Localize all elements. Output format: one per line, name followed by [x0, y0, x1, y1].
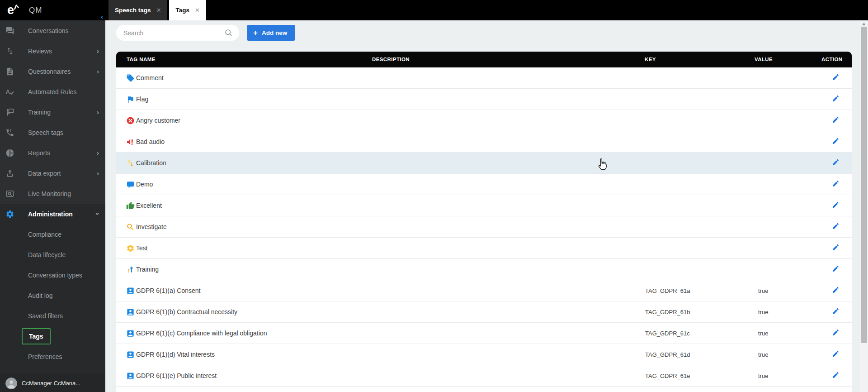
edit-button[interactable]: [829, 137, 842, 147]
tab-tags[interactable]: Tags ✕: [169, 0, 206, 20]
vertical-scrollbar[interactable]: [860, 20, 868, 392]
sidebar-item-automated-rules[interactable]: AAutomated Rules: [0, 81, 105, 102]
account-icon: [126, 287, 135, 295]
questionnaires-icon: [5, 67, 14, 76]
table-row[interactable]: Comment: [116, 67, 852, 89]
edit-button[interactable]: [829, 307, 842, 317]
svg-text:A: A: [6, 88, 10, 95]
table-row[interactable]: Excellent: [116, 195, 852, 216]
sidebar-item-data-export[interactable]: Data export›: [0, 163, 105, 183]
edit-button[interactable]: [829, 73, 842, 83]
tag-icon: [126, 74, 135, 82]
edit-button[interactable]: [829, 286, 842, 296]
user-menu[interactable]: CcManager CcMana...: [0, 374, 105, 392]
chevron-right-icon: ›: [97, 170, 99, 177]
edit-button[interactable]: [829, 180, 842, 190]
sidebar-item-speech-tags[interactable]: Speech tags: [0, 122, 105, 143]
chevron-right-icon: ›: [97, 68, 99, 75]
edit-button[interactable]: [829, 244, 842, 253]
conversations-icon: [5, 26, 14, 35]
sidebar-item-conversation-types[interactable]: Conversation types: [0, 265, 105, 285]
table-row[interactable]: GDPR 6(1)(e) Public interestTAG_GDPR_61e…: [116, 365, 852, 387]
table-row[interactable]: GDPR 6(1)(d) Vital interestsTAG_GDPR_61d…: [116, 344, 852, 365]
sidebar-item-tags[interactable]: Tags: [0, 326, 105, 346]
table-row[interactable]: Test: [116, 238, 852, 259]
edit-button[interactable]: [829, 222, 842, 232]
table-row[interactable]: Investigate: [116, 216, 852, 238]
sidebar-header: e QM ‹: [0, 0, 105, 20]
data-export-icon: [5, 169, 14, 178]
gear-amber-icon: [126, 244, 135, 253]
edit-button[interactable]: [829, 265, 842, 275]
table-row[interactable]: Demo: [116, 174, 852, 195]
column-tag-name: TAG NAME: [127, 57, 156, 62]
sidebar-item-saved-filters[interactable]: Saved filters: [0, 306, 105, 326]
reviews-icon: [5, 47, 14, 56]
table-row[interactable]: Calibration: [116, 153, 852, 174]
avatar: [5, 378, 17, 389]
chevron-right-icon: ›: [97, 149, 99, 156]
tab-bar: Speech tags ✕ Tags ✕: [105, 0, 868, 20]
arrows-up-icon: [126, 265, 135, 274]
column-value: VALUE: [755, 57, 773, 62]
scrollbar-thumb[interactable]: [861, 27, 867, 343]
magnifier-orange-icon: [126, 223, 135, 231]
sidebar-nav: ConversationsReviews›Questionnaires›AAut…: [0, 20, 105, 204]
sidebar-item-audit-log[interactable]: Audit log: [0, 285, 105, 306]
sidebar-item-training[interactable]: Training›: [0, 102, 105, 122]
search-icon: [224, 29, 233, 39]
edit-button[interactable]: [829, 329, 842, 339]
brand-logo-icon: e: [7, 4, 19, 16]
add-new-button[interactable]: + Add new: [247, 25, 295, 41]
close-tab-icon[interactable]: ✕: [195, 7, 200, 14]
chevron-down-icon: ›: [94, 213, 101, 215]
pencil-icon: [832, 244, 840, 253]
sidebar-item-data-lifecycle[interactable]: Data lifecycle: [0, 244, 105, 265]
pencil-icon: [832, 307, 840, 317]
edit-button[interactable]: [829, 201, 842, 211]
table-row[interactable]: Angry customer: [116, 110, 852, 131]
bad-audio-icon: [126, 138, 135, 146]
sidebar-item-administration[interactable]: Administration›: [0, 204, 105, 224]
sidebar-item-reports[interactable]: Reports›: [0, 143, 105, 163]
edit-button[interactable]: [829, 350, 842, 360]
pencil-icon: [832, 350, 840, 360]
sidebar-item-live-monitoring[interactable]: Live Monitoring: [0, 183, 105, 204]
sidebar-collapse-icon[interactable]: ‹: [101, 13, 103, 20]
pencil-icon: [832, 371, 840, 381]
speech-tags-icon: [5, 128, 14, 137]
thumbs-up-icon: [126, 201, 135, 210]
close-tab-icon[interactable]: ✕: [156, 7, 161, 14]
sidebar-item-preferences[interactable]: Preferences: [0, 346, 105, 367]
main-area: Speech tags ✕ Tags ✕ + Add new TAG NAME …: [105, 0, 868, 392]
search-input[interactable]: [116, 25, 239, 41]
table-header: TAG NAME DESCRIPTION KEY VALUE ACTION: [116, 52, 852, 67]
column-key: KEY: [645, 57, 656, 62]
table-body: CommentFlagAngry customerBad audioCalibr…: [116, 67, 852, 387]
column-description: DESCRIPTION: [372, 57, 410, 62]
column-action: ACTION: [821, 57, 842, 62]
edit-button[interactable]: [829, 371, 842, 381]
table-row[interactable]: GDPR 6(1)(b) Contractual necessityTAG_GD…: [116, 301, 852, 323]
table-row[interactable]: Bad audio: [116, 131, 852, 153]
tab-speech-tags[interactable]: Speech tags ✕: [108, 0, 167, 20]
live-monitoring-icon: [5, 189, 14, 198]
edit-button[interactable]: [829, 158, 842, 168]
pencil-icon: [832, 329, 840, 339]
table-row[interactable]: GDPR 6(1)(c) Compliance with legal oblig…: [116, 323, 852, 344]
pencil-icon: [832, 73, 840, 83]
admin-section: Administration›ComplianceData lifecycleC…: [0, 204, 105, 374]
pencil-icon: [832, 95, 840, 105]
sidebar: e QM ‹ ConversationsReviews›Questionnair…: [0, 0, 105, 392]
sidebar-item-reviews[interactable]: Reviews›: [0, 41, 105, 61]
sidebar-item-questionnaires[interactable]: Questionnaires›: [0, 61, 105, 81]
sidebar-item-conversations[interactable]: Conversations: [0, 20, 105, 41]
training-icon: [5, 108, 14, 117]
scroll-up-icon[interactable]: [862, 23, 866, 25]
table-row[interactable]: Training: [116, 259, 852, 280]
sidebar-item-compliance[interactable]: Compliance: [0, 224, 105, 244]
edit-button[interactable]: [829, 116, 842, 126]
edit-button[interactable]: [829, 95, 842, 105]
table-row[interactable]: Flag: [116, 89, 852, 110]
table-row[interactable]: GDPR 6(1)(a) ConsentTAG_GDPR_61atrue: [116, 280, 852, 301]
